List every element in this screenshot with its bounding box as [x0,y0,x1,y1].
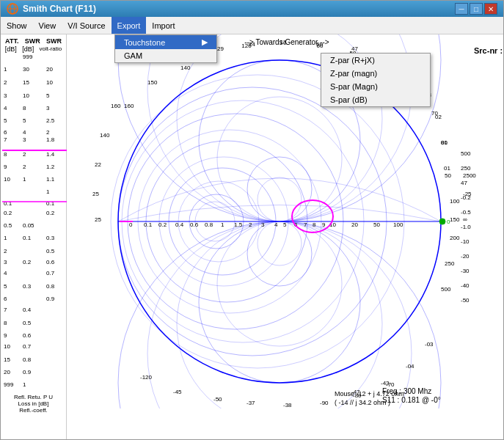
svg-text:2: 2 [23,151,26,158]
svg-text:150: 150 [450,216,460,223]
svg-text:500: 500 [441,286,451,293]
swr2-header: SWR [46,37,62,45]
svg-text:0: 0 [129,221,133,228]
menu-show[interactable]: Show [1,17,33,34]
svg-text:8: 8 [313,221,316,228]
svg-text:3: 3 [4,259,7,265]
minimize-button[interactable]: ─ [455,3,468,15]
svg-text:10: 10 [4,343,10,350]
svg-text:999: 999 [4,381,14,388]
touchstone-menu-item[interactable]: Touchstone ▶ [115,35,216,49]
svg-text:25: 25 [92,191,99,197]
svg-text:22: 22 [95,161,101,168]
menu-view[interactable]: View [33,17,62,34]
smith-chart-area[interactable]: --> Towards Generator --> Src-nr : 1 [67,34,503,439]
svg-text:0.6: 0.6 [46,259,55,265]
svg-text:0.2: 0.2 [4,210,12,216]
svg-text:1: 1 [23,176,26,183]
svg-text:1: 1 [4,66,7,73]
svg-text:15: 15 [23,79,29,86]
menu-export[interactable]: Export [112,17,147,34]
svg-text:0.5: 0.5 [23,320,32,326]
svg-text:50: 50 [316,41,323,48]
svg-text:0.6: 0.6 [190,221,199,228]
svg-text:( -14 // j 34.2 ohm ): ( -14 // j 34.2 ohm ) [335,399,390,406]
svg-text:100: 100 [450,198,460,205]
svg-text:1: 1 [23,381,26,388]
title-bar-controls: ─ □ ✕ [455,3,497,15]
svg-text:8: 8 [23,105,26,111]
svg-text:50: 50 [373,221,380,228]
svg-text:5: 5 [4,283,7,290]
svg-text:1.5: 1.5 [234,221,243,228]
svg-text:-50: -50 [213,396,222,403]
app-icon [7,3,18,15]
svg-text:0: 0 [283,40,287,46]
svg-text:50: 50 [445,172,451,179]
svg-text:∞: ∞ [463,216,467,223]
svg-text:1.8: 1.8 [46,136,55,143]
svg-text:0.8: 0.8 [46,283,55,290]
svg-text:-37: -37 [246,400,255,406]
svg-text:160: 160 [111,103,121,109]
svg-text:2.5: 2.5 [46,117,55,124]
title-bar-left: Smith Chart (F11) [7,3,96,15]
svg-text:4: 4 [23,129,26,136]
svg-text:-20: -20 [461,253,470,260]
svg-text:140: 140 [180,65,191,71]
menu-vi-source[interactable]: V/I Source [62,17,111,34]
svg-text:10: 10 [23,92,29,99]
svg-text:2500: 2500 [463,172,476,179]
refl-loss-label: Refl. Retu. P U [2,394,65,400]
svg-text:47: 47 [351,45,358,52]
svg-text:1.4: 1.4 [46,151,55,158]
svg-text:2: 2 [4,248,7,254]
svg-text:140: 140 [100,132,110,139]
svg-text:0.9: 0.9 [46,296,55,302]
menu-import[interactable]: Import [146,17,180,34]
svg-text:-50: -50 [461,297,470,304]
svg-text:25: 25 [95,216,101,223]
svg-text:2: 2 [249,221,252,228]
svg-text:0.7: 0.7 [46,270,55,276]
maximize-button[interactable]: □ [470,3,483,15]
svg-text:-0.5: -0.5 [461,209,471,216]
svg-text:10: 10 [4,176,10,183]
svg-text:47: 47 [461,180,467,186]
svg-text:4: 4 [274,221,278,228]
svg-text:2: 2 [46,129,50,136]
svg-point-184 [439,219,445,224]
spar-magn-item[interactable]: S-par (Magn) [321,80,430,93]
svg-text:3: 3 [261,221,265,228]
svg-text:3: 3 [46,105,50,111]
svg-text:0.9: 0.9 [23,369,32,375]
svg-text:20: 20 [46,66,53,73]
swr2-sub: volt-ratio [40,45,62,54]
svg-text:250: 250 [445,260,455,267]
svg-text:0.5: 0.5 [4,222,12,229]
svg-text:0.05: 0.05 [23,222,34,229]
svg-text:7: 7 [4,307,7,313]
svg-text:0.2: 0.2 [46,210,55,216]
svg-text:-43: -43 [381,380,390,386]
svg-text:0.1: 0.1 [23,235,32,241]
svg-text:02: 02 [435,114,442,120]
svg-text:-45: -45 [173,389,182,395]
svg-text:1: 1 [4,235,7,241]
spar-db-item[interactable]: S-par (dB) [321,93,430,106]
svg-text:24: 24 [249,41,255,48]
left-panel: ATT. SWR SWR [dB] [dB] volt-ratio 1 2 3 … [1,34,67,439]
close-button[interactable]: ✕ [484,3,497,15]
svg-text:-04: -04 [406,363,414,370]
window-title: Smith Chart (F11) [23,4,96,14]
zpar-magn-item[interactable]: Z-par (magn) [321,67,430,80]
svg-text:01: 01 [441,139,448,146]
zpar-rjx-item[interactable]: Z-par (R+jX) [321,54,430,67]
svg-text:29: 29 [217,45,224,52]
att-sub: [dB] [5,45,17,54]
svg-text:250: 250 [461,165,471,172]
gam-menu-item[interactable]: GAM [115,49,216,62]
svg-text:5: 5 [283,221,287,228]
svg-text:0.5: 0.5 [46,248,55,254]
src-nr-label: Src-nr : 1 [474,46,503,55]
